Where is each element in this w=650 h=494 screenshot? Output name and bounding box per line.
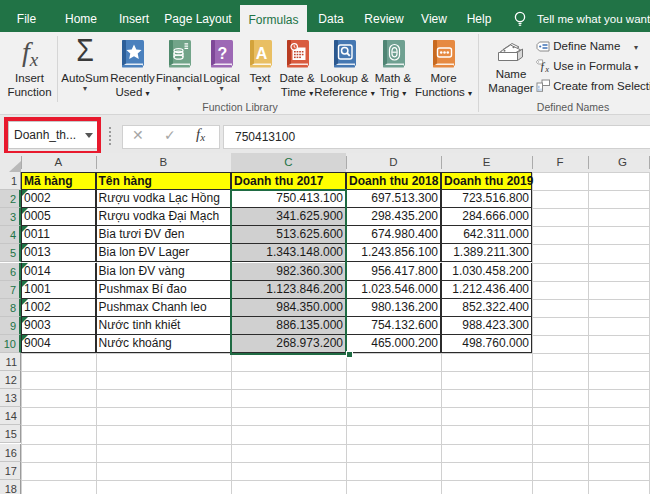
svg-text:x: x bbox=[544, 64, 549, 72]
svg-text:A: A bbox=[256, 45, 268, 62]
svg-text:?: ? bbox=[218, 45, 228, 62]
